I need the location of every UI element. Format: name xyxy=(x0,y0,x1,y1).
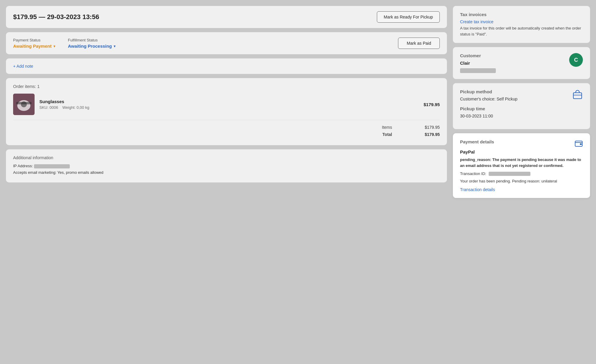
additional-info-card: Additional information IP Address: Accep… xyxy=(6,149,447,182)
pending-note: Your order has been pending. Pending rea… xyxy=(460,178,583,184)
customer-title: Customer xyxy=(460,53,496,58)
payment-pending-reason: pending_reason: The payment is pending b… xyxy=(460,157,583,168)
total-label: Total xyxy=(383,132,392,137)
payment-status-dropdown[interactable]: Awaiting Payment ▼ xyxy=(13,44,56,49)
create-tax-invoice-link[interactable]: Create tax invoice xyxy=(460,19,493,24)
product-image-placeholder xyxy=(13,94,35,115)
add-note-card: + Add note xyxy=(6,58,447,74)
product-price: $179.95 xyxy=(424,102,440,107)
pickup-method-value: Customer's choice: Self Pickup xyxy=(460,97,518,101)
pickup-method-header: Pickup method Customer's choice: Self Pi… xyxy=(460,89,583,123)
ip-address-label: IP Address: xyxy=(13,164,33,168)
fulfillment-status-group: Fulfillment Status Awaiting Processing ▼ xyxy=(68,38,116,49)
product-image xyxy=(13,94,35,115)
payment-method-name: PayPal xyxy=(460,149,583,154)
order-items-card: Order items: 1 Sungl xyxy=(6,78,447,145)
transaction-id-redacted xyxy=(489,172,530,176)
pickup-method-title: Pickup method xyxy=(460,89,518,94)
ip-address-row: IP Address: xyxy=(13,164,440,168)
pickup-time-title: Pickup time xyxy=(460,106,518,111)
customer-avatar: C xyxy=(569,53,583,67)
customer-detail-redacted xyxy=(460,68,496,73)
transaction-details-link[interactable]: Transaction details xyxy=(460,187,495,192)
customer-card: Customer Clair C xyxy=(453,47,590,79)
transaction-id-row: Transaction ID: xyxy=(460,171,583,176)
items-value: $179.95 xyxy=(416,125,440,130)
pickup-time-section: Pickup time 30-03-2023 11:00 xyxy=(460,106,518,118)
payment-details-header: Payment details xyxy=(460,139,583,149)
marketing-row: Accepts email marketing: Yes, promo emai… xyxy=(13,170,440,175)
product-weight: Weight: 0,00 kg xyxy=(62,105,89,110)
total-value: $179.95 xyxy=(416,132,440,137)
pickup-method-section: Pickup method Customer's choice: Self Pi… xyxy=(460,89,518,101)
payment-details-title: Payment details xyxy=(460,139,494,144)
payment-status-group: Payment Status Awaiting Payment ▼ xyxy=(13,38,56,49)
fulfillment-status-dropdown[interactable]: Awaiting Processing ▼ xyxy=(68,44,116,49)
product-sku: SKU: 0006 xyxy=(39,105,58,110)
payment-status-chevron-icon: ▼ xyxy=(53,44,56,48)
pickup-time-value: 30-03-2023 11:00 xyxy=(460,114,518,118)
items-total-row: Items $179.95 xyxy=(13,125,440,130)
payment-status-value: Awaiting Payment xyxy=(13,44,52,49)
pickup-method-content: Pickup method Customer's choice: Self Pi… xyxy=(460,89,518,123)
svg-rect-4 xyxy=(16,102,32,104)
payment-status-label: Payment Status xyxy=(13,38,56,42)
wallet-icon xyxy=(575,139,583,149)
items-label: Items xyxy=(382,125,392,130)
tax-invoices-description: A tax invoice for this order will be aut… xyxy=(460,25,583,37)
order-totals: Items $179.95 Total $179.95 xyxy=(13,120,440,137)
add-note-button[interactable]: + Add note xyxy=(13,64,440,69)
fulfillment-status-value: Awaiting Processing xyxy=(68,44,112,49)
tax-invoices-title: Tax invoices xyxy=(460,12,583,17)
pickup-method-card: Pickup method Customer's choice: Self Pi… xyxy=(453,83,590,129)
order-title: $179.95 — 29-03-2023 13:56 xyxy=(13,13,99,21)
grand-total-row: Total $179.95 xyxy=(13,132,440,137)
payment-details-card: Payment details PayPal pending_reason: T… xyxy=(453,133,590,198)
svg-rect-8 xyxy=(580,143,582,145)
fulfillment-status-label: Fulfillment Status xyxy=(68,38,116,42)
header-card: $179.95 — 29-03-2023 13:56 Mark as Ready… xyxy=(6,6,447,28)
customer-card-inner: Customer Clair C xyxy=(460,53,583,73)
status-card: Payment Status Awaiting Payment ▼ Fulfil… xyxy=(6,32,447,54)
mark-ready-for-pickup-button[interactable]: Mark as Ready For Pickup xyxy=(377,11,440,23)
customer-info: Customer Clair xyxy=(460,53,496,73)
product-name: Sunglasses xyxy=(39,99,419,104)
tax-invoices-card: Tax invoices Create tax invoice A tax in… xyxy=(453,6,590,43)
additional-info-title: Additional information xyxy=(13,155,440,160)
transaction-id-label: Transaction ID: xyxy=(460,171,486,176)
fulfillment-status-chevron-icon: ▼ xyxy=(113,44,116,48)
svg-rect-5 xyxy=(573,93,582,99)
pickup-bag-icon xyxy=(572,89,583,102)
order-items-title: Order items: 1 xyxy=(13,84,440,89)
product-meta: SKU: 0006 Weight: 0,00 kg xyxy=(39,105,419,110)
order-item-row: Sunglasses SKU: 0006 Weight: 0,00 kg $17… xyxy=(13,94,440,120)
ip-address-redacted xyxy=(34,164,70,168)
mark-as-paid-button[interactable]: Mark as Paid xyxy=(398,38,440,49)
customer-name: Clair xyxy=(460,61,496,66)
product-details: Sunglasses SKU: 0006 Weight: 0,00 kg xyxy=(39,99,419,110)
